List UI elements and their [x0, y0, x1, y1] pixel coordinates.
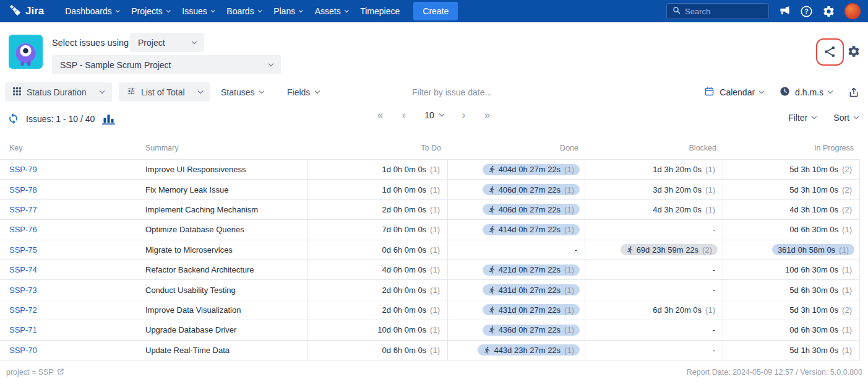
duration-cell: 1d 0h 0m 0s (1) — [307, 180, 447, 199]
duration-pill[interactable]: 69d 23h 59m 22s (2) — [621, 244, 718, 255]
duration-pill[interactable]: 443d 23h 27m 22s (1) — [478, 344, 580, 356]
report-settings-gear-icon[interactable] — [847, 45, 861, 58]
issue-key-link[interactable]: SSP-78 — [9, 185, 37, 194]
sort-menu[interactable]: Sort — [833, 113, 858, 123]
duration-pill: 5d 6h 30m 0s (1) — [787, 284, 854, 295]
duration-cell: 431d 0h 27m 22s (1) — [447, 280, 585, 299]
nav-item-issues[interactable]: Issues — [182, 6, 214, 16]
duration-text: 5d 3h 10m 0s — [789, 185, 838, 194]
gear-icon[interactable] — [822, 5, 835, 18]
first-page-button[interactable]: « — [377, 110, 384, 121]
issue-key-link[interactable]: SSP-75 — [9, 245, 37, 255]
user-avatar[interactable] — [844, 3, 861, 19]
duration-pill: 2d 0h 0m 0s (1) — [380, 304, 442, 315]
duration-pill[interactable]: 361d 0h 58m 0s (1) — [772, 244, 854, 255]
duration-cell: 3d 3h 20m 0s (1) — [585, 180, 723, 199]
report-type-select[interactable]: Status Duration — [5, 82, 112, 102]
duration-text: 436d 0h 27m 22s — [499, 325, 561, 334]
duration-pill[interactable]: 414d 0h 27m 22s (1) — [483, 224, 580, 235]
runner-icon — [488, 326, 496, 334]
issue-date-filter-input[interactable]: Filter by issue date... — [412, 87, 492, 97]
duration-pill: 10d 0h 0m 0s (1) — [375, 325, 442, 336]
duration-pill[interactable]: 406d 0h 27m 22s (1) — [483, 204, 580, 215]
issue-key-link[interactable]: SSP-70 — [9, 346, 37, 355]
nav-item-timepiece[interactable]: Timepiece — [360, 6, 400, 16]
issue-key-link[interactable]: SSP-72 — [9, 305, 37, 315]
issue-key-link[interactable]: SSP-77 — [9, 205, 37, 214]
list-mode-select[interactable]: List of Total — [119, 82, 210, 102]
top-navbar: Jira Dashboards Projects Issues Boards P… — [0, 0, 868, 22]
chevron-down-icon — [166, 8, 170, 12]
duration-pill[interactable]: 436d 0h 27m 22s (1) — [483, 325, 580, 336]
jira-logo[interactable]: Jira — [9, 4, 44, 19]
duration-cell: 5d 6h 30m 0s (1) — [723, 280, 860, 299]
duration-pill: 0d 6h 30m 0s (1) — [787, 224, 854, 235]
duration-pill[interactable]: 421d 0h 27m 22s (1) — [483, 264, 580, 276]
issue-key-link[interactable]: SSP-76 — [9, 225, 37, 234]
duration-pill[interactable]: 431d 0h 27m 22s (1) — [483, 304, 580, 315]
table-row: SSP-70 Update Real-Time Data 0d 6h 0m 0s… — [0, 341, 860, 360]
duration-cell: 10d 0h 0m 0s (1) — [307, 320, 447, 339]
nav-item-dashboards[interactable]: Dashboards — [65, 6, 119, 16]
calendar-select[interactable]: Calendar — [704, 86, 763, 98]
global-search[interactable] — [666, 3, 769, 19]
duration-cell: 6d 3h 20m 0s (1) — [585, 300, 723, 320]
duration-text: 5d 6h 30m 0s — [789, 286, 838, 295]
duration-text: 361d 0h 58m 0s — [778, 245, 835, 255]
statuses-select[interactable]: Statuses — [221, 82, 264, 102]
issue-key-link[interactable]: SSP-71 — [9, 325, 37, 334]
nav-item-projects[interactable]: Projects — [131, 6, 170, 16]
nav-item-plans[interactable]: Plans — [273, 6, 303, 16]
duration-count: (1) — [705, 305, 715, 315]
duration-pill[interactable]: 404d 0h 27m 22s (1) — [483, 164, 580, 175]
issue-summary: Upgrade Database Driver — [142, 325, 307, 334]
runner-icon — [488, 165, 496, 173]
pagination-row: Issues: 1 - 10 / 40 « ‹ 10 › » Filter So… — [0, 104, 868, 136]
duration-pill[interactable]: 431d 0h 27m 22s (1) — [483, 284, 580, 295]
duration-count: (2) — [702, 245, 712, 255]
issue-key-link[interactable]: SSP-74 — [9, 265, 37, 274]
issue-key-link[interactable]: SSP-73 — [9, 286, 37, 295]
issue-source-select[interactable]: Project — [130, 33, 204, 52]
external-link-icon[interactable] — [57, 368, 64, 377]
table-row: SSP-75 Migrate to Microservices 0d 6h 0m… — [0, 240, 860, 260]
chevron-down-icon — [828, 88, 833, 93]
nav-item-assets[interactable]: Assets — [315, 6, 348, 16]
duration-count: (1) — [564, 286, 574, 295]
filter-menu[interactable]: Filter — [788, 113, 816, 123]
duration-count: (1) — [842, 265, 852, 274]
table-row: SSP-76 Optimize Database Queries 7d 0h 0… — [0, 220, 860, 240]
duration-pill: 1d 0h 0m 0s (1) — [380, 164, 442, 175]
search-input[interactable] — [685, 7, 763, 16]
duration-pill: 3d 3h 20m 0s (1) — [650, 184, 718, 195]
page-size-select[interactable]: 10 — [424, 110, 444, 120]
share-icon[interactable] — [823, 45, 837, 61]
project-select[interactable]: SSP - Sample Scrum Project — [52, 55, 281, 74]
create-button[interactable]: Create — [413, 2, 458, 20]
issue-key-link[interactable]: SSP-79 — [9, 165, 37, 174]
column-header-summary: Summary — [142, 144, 307, 152]
duration-count: (2) — [842, 205, 852, 214]
last-page-button[interactable]: » — [484, 110, 491, 121]
nav-item-boards[interactable]: Boards — [226, 6, 261, 16]
prev-page-button[interactable]: ‹ — [402, 110, 406, 121]
announcements-megaphone-icon[interactable] — [778, 5, 791, 17]
duration-count: (1) — [842, 325, 852, 334]
duration-cell: 421d 0h 27m 22s (1) — [447, 260, 585, 279]
time-format-select[interactable]: d.h.m.s — [780, 86, 832, 98]
help-icon[interactable]: ? — [800, 5, 813, 18]
duration-pill[interactable]: 406d 0h 27m 22s (1) — [483, 184, 580, 195]
duration-text: 414d 0h 27m 22s — [499, 225, 561, 234]
column-header-done: Done — [447, 144, 585, 152]
duration-text: 5d 3h 10m 0s — [789, 305, 838, 315]
fields-select[interactable]: Fields — [287, 82, 319, 102]
chevron-down-icon — [116, 8, 119, 12]
duration-cell: - — [585, 220, 723, 239]
duration-count: (1) — [430, 265, 440, 274]
export-icon[interactable] — [848, 87, 859, 98]
duration-pill: - — [710, 344, 718, 356]
issue-summary: Improve Data Visualization — [142, 305, 307, 315]
duration-count: (1) — [564, 205, 574, 214]
next-page-button[interactable]: › — [462, 110, 466, 121]
chevron-down-icon — [345, 8, 348, 12]
